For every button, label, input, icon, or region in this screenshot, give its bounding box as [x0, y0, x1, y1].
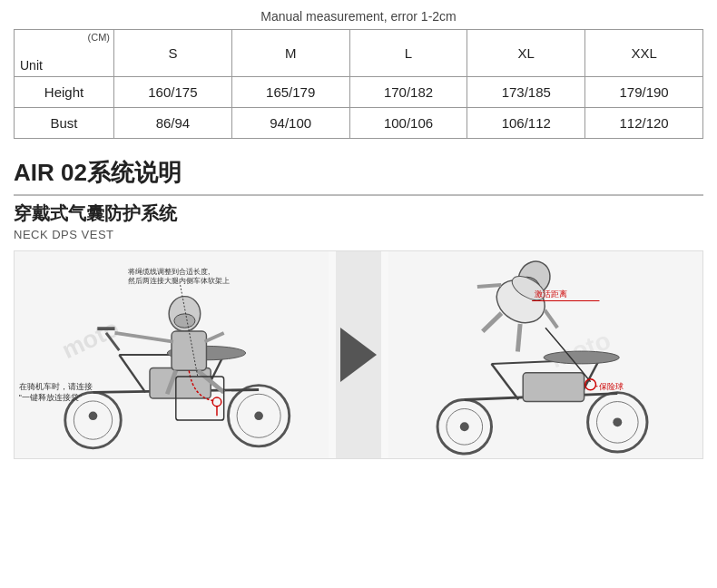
svg-point-44 — [544, 351, 619, 364]
bust-xl: 106/112 — [467, 108, 585, 139]
svg-point-38 — [460, 422, 469, 431]
size-col-s: S — [114, 30, 232, 77]
size-col-xxl: XXL — [585, 30, 703, 77]
svg-point-35 — [613, 417, 622, 426]
height-s: 160/175 — [114, 77, 232, 108]
svg-rect-18 — [172, 331, 206, 370]
unit-label: Unit — [20, 58, 43, 73]
bust-s: 86/94 — [114, 108, 232, 139]
size-table: (CM) Unit S M L XL XXL Height 160/175 16… — [14, 29, 703, 139]
svg-point-7 — [89, 411, 98, 420]
height-m: 165/179 — [231, 77, 349, 108]
arrow-icon — [340, 328, 377, 382]
svg-text:然后两连接大腿内侧车体软架上: 然后两连接大腿内侧车体软架上 — [128, 277, 230, 285]
svg-text:保险球: 保险球 — [599, 382, 624, 391]
svg-text:激活距离: 激活距离 — [535, 289, 567, 299]
section-subtitle: 穿戴式气囊防护系统 — [14, 201, 703, 226]
svg-text:"一键释放连接袋": "一键释放连接袋" — [19, 393, 82, 402]
size-col-m: M — [231, 30, 349, 77]
height-l: 170/182 — [349, 77, 467, 108]
bust-xxl: 112/120 — [585, 108, 703, 139]
bust-l: 100/106 — [349, 108, 467, 139]
diagram-right-panel: moto — [388, 251, 702, 458]
svg-point-4 — [254, 411, 263, 420]
cm-label: (CM) — [88, 32, 110, 43]
svg-rect-43 — [523, 373, 584, 402]
section-title: AIR 02系统说明 — [14, 157, 703, 189]
svg-point-17 — [174, 314, 195, 328]
height-xl: 173/185 — [467, 77, 585, 108]
height-xxl: 179/190 — [585, 77, 703, 108]
measurement-note: Manual measurement, error 1-2cm — [14, 9, 703, 24]
svg-text:在骑机车时，请连接: 在骑机车时，请连接 — [19, 382, 93, 391]
size-col-l: L — [349, 30, 467, 77]
bust-label: Bust — [15, 108, 114, 139]
height-label: Height — [15, 77, 114, 108]
diagram-area: moto — [14, 250, 703, 459]
size-col-xl: XL — [467, 30, 585, 77]
section-subtitle-en: NECK DPS VEST — [14, 228, 703, 241]
bust-m: 94/100 — [231, 108, 349, 139]
svg-text:将绳缆线调整到合适长度,: 将绳缆线调整到合适长度, — [127, 268, 210, 276]
diagram-arrow — [336, 251, 381, 458]
section-divider — [14, 194, 703, 196]
diagram-left-panel: moto — [15, 251, 329, 458]
